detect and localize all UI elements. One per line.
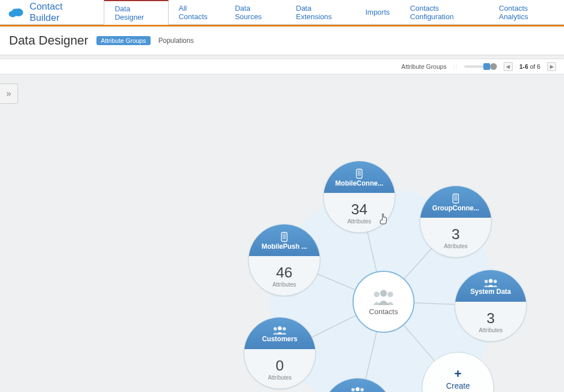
node-sublabel: Attributes (268, 375, 292, 381)
svg-point-21 (493, 280, 497, 283)
create-label: Create Attribute Group (443, 381, 473, 392)
contacts-center-node[interactable]: Contacts (352, 271, 415, 333)
svg-point-12 (387, 292, 393, 297)
top-nav: Contact Builder Data Designer All Contac… (0, 0, 564, 25)
people-icon (350, 386, 365, 393)
people-icon (483, 278, 498, 287)
page-subheader: Data Designer Attribute Groups Populatio… (0, 27, 564, 55)
node-count: 3 (487, 310, 495, 327)
svg-rect-16 (454, 195, 457, 201)
brand-title: Contact Builder (29, 1, 91, 24)
tab-all-contacts[interactable]: All Contacts (169, 0, 225, 24)
phone-icon (452, 193, 459, 204)
tab-data-sources[interactable]: Data Sources (224, 0, 285, 24)
svg-point-25 (356, 387, 360, 391)
phone-icon (356, 169, 363, 179)
subtab-attribute-groups[interactable]: Attribute Groups (96, 36, 151, 45)
nav-tabs: Data Designer All Contacts Data Sources … (104, 0, 564, 24)
phone-icon (281, 232, 288, 242)
contacts-label: Contacts (369, 307, 398, 316)
node-sublabel: Attributes (272, 281, 296, 288)
node-mobile-connect[interactable]: MobileConne... 34 Attributes (323, 161, 395, 233)
svg-point-22 (278, 326, 282, 330)
svg-point-23 (274, 327, 277, 331)
svg-point-10 (380, 290, 387, 297)
tab-contacts-configuration[interactable]: Contacts Configuration (400, 0, 488, 24)
node-name: System Data (470, 288, 511, 296)
canvas: » Contacts MobileConne... 34 Attributes (0, 68, 564, 392)
people-icon (272, 325, 287, 334)
node-name: MobilePush ... (262, 243, 307, 250)
node-name: Customers (262, 335, 298, 343)
node-sublabel: Attributes (479, 327, 503, 333)
node-name: MobileConne... (335, 179, 383, 187)
people-icon (371, 288, 396, 305)
svg-point-20 (484, 280, 488, 283)
svg-point-27 (360, 388, 364, 391)
page-title: Data Designer (9, 33, 89, 48)
subtab-populations[interactable]: Populations (158, 37, 194, 45)
svg-rect-18 (283, 234, 286, 239)
salesforce-cloud-icon (8, 6, 24, 19)
svg-point-24 (283, 327, 286, 331)
node-group-connect[interactable]: GroupConne... 3 Attributes (420, 186, 492, 258)
node-sublabel: Attributes (444, 243, 468, 249)
node-count: 3 (452, 226, 460, 243)
node-system-data[interactable]: System Data 3 Attributes (455, 270, 527, 342)
node-count: 46 (276, 264, 293, 281)
tab-data-extensions[interactable]: Data Extensions (286, 0, 355, 24)
node-customers[interactable]: Customers 0 Attributes (244, 317, 316, 389)
svg-point-2 (12, 8, 18, 14)
node-count: 0 (276, 357, 284, 375)
node-name: GroupConne... (432, 204, 479, 212)
tab-data-designer[interactable]: Data Designer (104, 0, 168, 25)
svg-point-26 (351, 388, 355, 391)
node-sublabel: Attributes (347, 218, 371, 224)
tab-contacts-analytics[interactable]: Contacts Analytics (488, 0, 564, 24)
tab-imports[interactable]: Imports (355, 0, 400, 24)
expand-panel-button[interactable]: » (0, 83, 18, 104)
node-count: 34 (351, 201, 368, 218)
svg-point-11 (374, 292, 380, 297)
node-mobile-push[interactable]: MobilePush ... 46 Attributes (248, 224, 320, 296)
svg-point-19 (489, 279, 493, 283)
svg-rect-14 (358, 170, 361, 176)
plus-icon: + (455, 367, 462, 381)
